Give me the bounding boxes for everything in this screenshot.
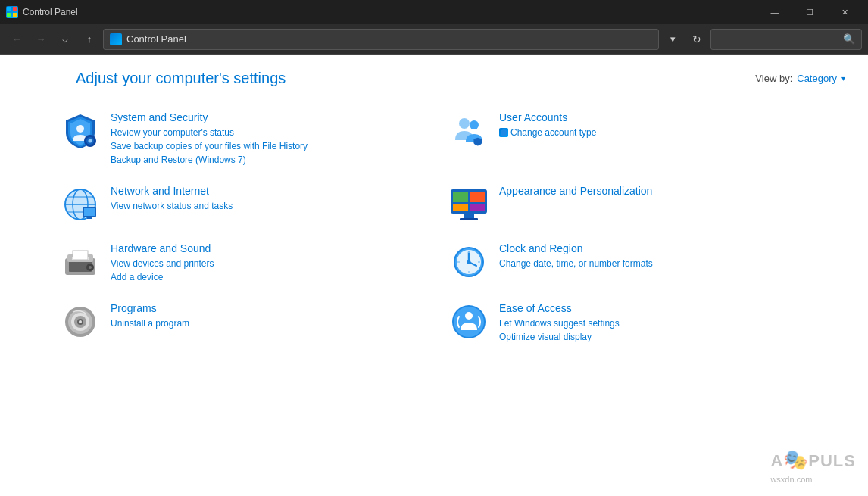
view-by-control: View by: Category ▾ bbox=[755, 73, 845, 84]
refresh-button[interactable]: ↻ bbox=[686, 29, 707, 50]
network-title[interactable]: Network and Internet bbox=[111, 185, 419, 197]
user-accounts-text: User Accounts Change account type bbox=[499, 111, 807, 139]
svg-point-4 bbox=[76, 125, 84, 133]
appearance-icon bbox=[449, 185, 489, 224]
window-controls: — ☐ ✕ bbox=[757, 0, 862, 24]
search-icon: 🔍 bbox=[843, 33, 855, 45]
hardware-link-2[interactable]: Add a device bbox=[111, 270, 419, 284]
user-accounts-icon bbox=[449, 111, 489, 151]
system-security-icon bbox=[61, 111, 100, 151]
clock-title[interactable]: Clock and Region bbox=[499, 242, 807, 254]
svg-rect-20 bbox=[453, 192, 468, 202]
programs-text: Programs Uninstall a program bbox=[111, 302, 419, 330]
svg-rect-17 bbox=[84, 208, 95, 216]
forward-button[interactable]: → bbox=[30, 29, 52, 50]
ease-title[interactable]: Ease of Access bbox=[499, 302, 807, 314]
network-text: Network and Internet View network status… bbox=[111, 185, 419, 213]
programs-title[interactable]: Programs bbox=[111, 302, 419, 314]
search-box[interactable]: 🔍 bbox=[710, 29, 862, 50]
page-title: Adjust your computer's settings bbox=[76, 70, 286, 87]
hardware-title[interactable]: Hardware and Sound bbox=[111, 242, 419, 254]
ease-link-1[interactable]: Let Windows suggest settings bbox=[499, 317, 807, 330]
address-bar: ← → ⌵ ↑ Control Panel ▾ ↻ 🔍 bbox=[0, 24, 868, 55]
category-clock[interactable]: Clock and Region Change date, time, or n… bbox=[434, 233, 823, 293]
system-security-link-3[interactable]: Backup and Restore (Windows 7) bbox=[111, 153, 419, 167]
clock-text: Clock and Region Change date, time, or n… bbox=[499, 242, 807, 270]
hardware-icon bbox=[61, 242, 100, 282]
address-icon bbox=[110, 33, 122, 45]
svg-rect-21 bbox=[470, 192, 485, 202]
view-by-label: View by: bbox=[755, 73, 792, 84]
address-path: Control Panel bbox=[126, 33, 186, 45]
title-bar: Control Panel — ☐ ✕ bbox=[0, 0, 868, 24]
svg-rect-30 bbox=[73, 251, 88, 260]
back-button[interactable]: ← bbox=[6, 29, 27, 50]
user-accounts-link-1[interactable]: Change account type bbox=[499, 126, 807, 139]
svg-point-9 bbox=[470, 120, 479, 129]
clock-icon bbox=[449, 242, 489, 282]
window-title: Control Panel bbox=[23, 7, 757, 17]
app-icon bbox=[6, 6, 18, 18]
svg-rect-0 bbox=[7, 7, 11, 11]
system-security-link-2[interactable]: Save backup copies of your files with Fi… bbox=[111, 139, 419, 153]
main-content: Adjust your computer's settings View by:… bbox=[0, 55, 868, 496]
network-link-1[interactable]: View network status and tasks bbox=[111, 199, 419, 213]
svg-point-48 bbox=[79, 320, 82, 323]
category-programs[interactable]: Programs Uninstall a program bbox=[45, 293, 434, 353]
system-security-text: System and Security Review your computer… bbox=[111, 111, 419, 167]
view-by-arrow[interactable]: ▾ bbox=[841, 74, 845, 83]
svg-rect-23 bbox=[470, 204, 485, 211]
svg-rect-2 bbox=[7, 13, 11, 17]
hardware-link-1[interactable]: View devices and printers bbox=[111, 257, 419, 270]
appearance-title[interactable]: Appearance and Personalization bbox=[499, 185, 807, 197]
category-ease[interactable]: Ease of Access Let Windows suggest setti… bbox=[434, 293, 823, 353]
network-icon bbox=[61, 185, 100, 224]
category-appearance[interactable]: Appearance and Personalization bbox=[434, 176, 823, 233]
category-system-security[interactable]: System and Security Review your computer… bbox=[45, 102, 434, 176]
category-user-accounts[interactable]: User Accounts Change account type bbox=[434, 102, 823, 176]
watermark: A🎭PULS wsxdn.com bbox=[770, 448, 856, 485]
search-input[interactable] bbox=[717, 34, 843, 45]
svg-point-8 bbox=[459, 118, 470, 129]
maximize-button[interactable]: ☐ bbox=[792, 0, 827, 24]
shield-icon bbox=[499, 128, 508, 137]
svg-point-32 bbox=[89, 266, 92, 269]
category-hardware[interactable]: Hardware and Sound View devices and prin… bbox=[45, 233, 434, 293]
ease-text: Ease of Access Let Windows suggest setti… bbox=[499, 302, 807, 344]
ease-link-2[interactable]: Optimize visual display bbox=[499, 330, 807, 344]
system-security-title[interactable]: System and Security bbox=[111, 111, 419, 123]
dropdown-button[interactable]: ▾ bbox=[662, 29, 683, 50]
recent-locations-button[interactable]: ⌵ bbox=[55, 29, 76, 50]
programs-icon bbox=[61, 302, 100, 342]
svg-rect-22 bbox=[453, 204, 468, 211]
view-by-value[interactable]: Category bbox=[797, 73, 837, 84]
appearance-text: Appearance and Personalization bbox=[499, 185, 807, 199]
close-button[interactable]: ✕ bbox=[827, 0, 862, 24]
categories-grid: System and Security Review your computer… bbox=[0, 95, 868, 360]
svg-point-38 bbox=[467, 260, 471, 264]
system-security-link-1[interactable]: Review your computer's status bbox=[111, 126, 419, 139]
programs-link-1[interactable]: Uninstall a program bbox=[111, 317, 419, 330]
svg-point-51 bbox=[465, 312, 473, 320]
ease-icon bbox=[449, 302, 489, 342]
content-header: Adjust your computer's settings View by:… bbox=[0, 55, 868, 95]
hardware-text: Hardware and Sound View devices and prin… bbox=[111, 242, 419, 284]
svg-rect-3 bbox=[13, 13, 17, 17]
watermark-site: wsxdn.com bbox=[770, 475, 812, 484]
up-button[interactable]: ↑ bbox=[79, 29, 100, 50]
svg-rect-18 bbox=[87, 217, 92, 219]
user-accounts-title[interactable]: User Accounts bbox=[499, 111, 807, 123]
svg-rect-24 bbox=[464, 214, 474, 218]
address-box[interactable]: Control Panel bbox=[103, 29, 659, 50]
svg-rect-1 bbox=[13, 7, 17, 11]
svg-rect-25 bbox=[460, 218, 478, 220]
svg-point-7 bbox=[89, 139, 92, 143]
clock-link-1[interactable]: Change date, time, or number formats bbox=[499, 257, 807, 270]
category-network[interactable]: Network and Internet View network status… bbox=[45, 176, 434, 233]
minimize-button[interactable]: — bbox=[757, 0, 792, 24]
